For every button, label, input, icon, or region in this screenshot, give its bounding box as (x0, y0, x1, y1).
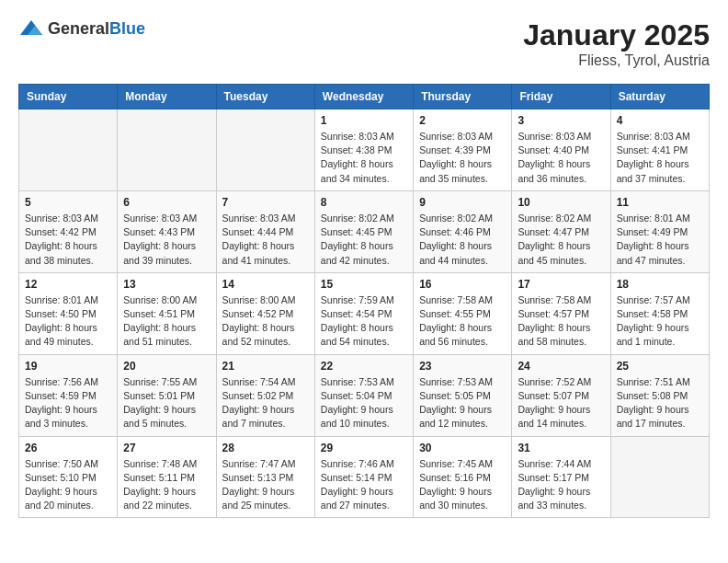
day-number: 14 (222, 278, 309, 291)
day-info: Sunrise: 7:55 AM Sunset: 5:01 PM Dayligh… (123, 375, 210, 431)
calendar-cell (118, 109, 216, 191)
day-info: Sunrise: 7:58 AM Sunset: 4:55 PM Dayligh… (419, 293, 506, 350)
day-info: Sunrise: 8:03 AM Sunset: 4:41 PM Dayligh… (617, 130, 703, 186)
calendar-cell (216, 109, 314, 191)
day-info: Sunrise: 8:00 AM Sunset: 4:52 PM Dayligh… (222, 293, 309, 350)
title-block: January 2025 Fliess, Tyrol, Austria (523, 18, 710, 69)
calendar-cell (610, 436, 709, 518)
day-number: 30 (419, 442, 506, 454)
day-info: Sunrise: 8:03 AM Sunset: 4:39 PM Dayligh… (419, 130, 506, 186)
weekday-header-tuesday: Tuesday (216, 85, 314, 109)
calendar-cell: 18Sunrise: 7:57 AM Sunset: 4:58 PM Dayli… (610, 272, 709, 354)
calendar-body: 1Sunrise: 8:03 AM Sunset: 4:38 PM Daylig… (19, 109, 710, 518)
day-info: Sunrise: 7:53 AM Sunset: 5:05 PM Dayligh… (419, 375, 506, 431)
calendar-cell: 3Sunrise: 8:03 AM Sunset: 4:40 PM Daylig… (512, 109, 610, 191)
calendar-cell: 30Sunrise: 7:45 AM Sunset: 5:16 PM Dayli… (414, 436, 512, 518)
day-info: Sunrise: 7:58 AM Sunset: 4:57 PM Dayligh… (518, 293, 604, 350)
day-number: 1 (321, 114, 407, 127)
day-info: Sunrise: 8:03 AM Sunset: 4:38 PM Dayligh… (321, 130, 407, 186)
calendar-cell: 1Sunrise: 8:03 AM Sunset: 4:38 PM Daylig… (314, 109, 413, 191)
weekday-row: SundayMondayTuesdayWednesdayThursdayFrid… (19, 85, 710, 109)
day-number: 18 (617, 278, 703, 291)
day-number: 15 (321, 278, 407, 291)
day-info: Sunrise: 7:53 AM Sunset: 5:04 PM Dayligh… (321, 375, 407, 431)
calendar-cell: 31Sunrise: 7:44 AM Sunset: 5:17 PM Dayli… (512, 436, 610, 518)
calendar-cell: 7Sunrise: 8:03 AM Sunset: 4:44 PM Daylig… (216, 190, 314, 272)
day-info: Sunrise: 7:48 AM Sunset: 5:11 PM Dayligh… (123, 457, 210, 513)
logo-blue: Blue (109, 19, 145, 38)
weekday-header-sunday: Sunday (19, 85, 118, 109)
day-number: 20 (123, 360, 210, 373)
day-number: 21 (222, 360, 309, 373)
calendar-cell: 28Sunrise: 7:47 AM Sunset: 5:13 PM Dayli… (216, 436, 314, 518)
calendar-cell: 10Sunrise: 8:02 AM Sunset: 4:47 PM Dayli… (512, 190, 610, 272)
day-number: 29 (321, 442, 407, 454)
logo-icon (18, 18, 44, 39)
day-info: Sunrise: 7:57 AM Sunset: 4:58 PM Dayligh… (617, 293, 703, 350)
day-number: 12 (25, 278, 111, 291)
calendar-cell: 23Sunrise: 7:53 AM Sunset: 5:05 PM Dayli… (414, 354, 512, 436)
calendar-cell: 29Sunrise: 7:46 AM Sunset: 5:14 PM Dayli… (314, 436, 413, 518)
calendar-cell: 19Sunrise: 7:56 AM Sunset: 4:59 PM Dayli… (19, 354, 118, 436)
calendar-cell: 6Sunrise: 8:03 AM Sunset: 4:43 PM Daylig… (118, 190, 216, 272)
calendar-cell: 22Sunrise: 7:53 AM Sunset: 5:04 PM Dayli… (314, 354, 413, 436)
day-number: 10 (518, 196, 604, 209)
calendar-cell: 16Sunrise: 7:58 AM Sunset: 4:55 PM Dayli… (414, 272, 512, 354)
logo: GeneralBlue (18, 18, 145, 39)
day-number: 2 (419, 114, 506, 127)
day-number: 24 (518, 360, 604, 373)
calendar-week-2: 5Sunrise: 8:03 AM Sunset: 4:42 PM Daylig… (19, 190, 710, 272)
day-info: Sunrise: 8:02 AM Sunset: 4:47 PM Dayligh… (518, 212, 604, 268)
day-info: Sunrise: 7:51 AM Sunset: 5:08 PM Dayligh… (617, 375, 703, 431)
calendar-week-1: 1Sunrise: 8:03 AM Sunset: 4:38 PM Daylig… (19, 109, 710, 191)
day-number: 6 (123, 196, 210, 209)
calendar-cell: 5Sunrise: 8:03 AM Sunset: 4:42 PM Daylig… (19, 190, 118, 272)
calendar-table: SundayMondayTuesdayWednesdayThursdayFrid… (18, 84, 710, 518)
calendar-cell: 2Sunrise: 8:03 AM Sunset: 4:39 PM Daylig… (414, 109, 512, 191)
weekday-header-wednesday: Wednesday (314, 85, 413, 109)
weekday-header-saturday: Saturday (610, 85, 709, 109)
day-info: Sunrise: 7:44 AM Sunset: 5:17 PM Dayligh… (518, 457, 604, 513)
day-number: 7 (222, 196, 309, 209)
location-subtitle: Fliess, Tyrol, Austria (523, 52, 710, 69)
month-year-title: January 2025 (523, 18, 710, 52)
calendar-cell: 25Sunrise: 7:51 AM Sunset: 5:08 PM Dayli… (610, 354, 709, 436)
day-info: Sunrise: 7:59 AM Sunset: 4:54 PM Dayligh… (321, 293, 407, 350)
day-number: 31 (518, 442, 604, 454)
calendar-cell: 11Sunrise: 8:01 AM Sunset: 4:49 PM Dayli… (610, 190, 709, 272)
page-header: GeneralBlue January 2025 Fliess, Tyrol, … (18, 18, 710, 69)
day-info: Sunrise: 8:01 AM Sunset: 4:49 PM Dayligh… (617, 212, 703, 268)
day-number: 23 (419, 360, 506, 373)
calendar-cell: 17Sunrise: 7:58 AM Sunset: 4:57 PM Dayli… (512, 272, 610, 354)
day-number: 25 (617, 360, 703, 373)
day-info: Sunrise: 8:03 AM Sunset: 4:44 PM Dayligh… (222, 212, 309, 268)
day-number: 22 (321, 360, 407, 373)
day-info: Sunrise: 8:03 AM Sunset: 4:43 PM Dayligh… (123, 212, 210, 268)
day-number: 17 (518, 278, 604, 291)
day-number: 4 (617, 114, 703, 127)
day-info: Sunrise: 7:45 AM Sunset: 5:16 PM Dayligh… (419, 457, 506, 513)
calendar-header: SundayMondayTuesdayWednesdayThursdayFrid… (19, 85, 710, 109)
day-number: 26 (25, 442, 111, 454)
day-info: Sunrise: 7:56 AM Sunset: 4:59 PM Dayligh… (25, 375, 111, 431)
day-number: 13 (123, 278, 210, 291)
day-number: 19 (25, 360, 111, 373)
calendar-cell: 24Sunrise: 7:52 AM Sunset: 5:07 PM Dayli… (512, 354, 610, 436)
calendar-cell: 20Sunrise: 7:55 AM Sunset: 5:01 PM Dayli… (118, 354, 216, 436)
calendar-week-3: 12Sunrise: 8:01 AM Sunset: 4:50 PM Dayli… (19, 272, 710, 354)
day-info: Sunrise: 7:47 AM Sunset: 5:13 PM Dayligh… (222, 457, 309, 513)
day-info: Sunrise: 7:50 AM Sunset: 5:10 PM Dayligh… (25, 457, 111, 513)
calendar-cell: 21Sunrise: 7:54 AM Sunset: 5:02 PM Dayli… (216, 354, 314, 436)
day-number: 5 (25, 196, 111, 209)
day-info: Sunrise: 8:02 AM Sunset: 4:46 PM Dayligh… (419, 212, 506, 268)
day-info: Sunrise: 8:02 AM Sunset: 4:45 PM Dayligh… (321, 212, 407, 268)
day-number: 8 (321, 196, 407, 209)
calendar-cell: 14Sunrise: 8:00 AM Sunset: 4:52 PM Dayli… (216, 272, 314, 354)
weekday-header-monday: Monday (118, 85, 216, 109)
calendar-cell: 12Sunrise: 8:01 AM Sunset: 4:50 PM Dayli… (19, 272, 118, 354)
day-info: Sunrise: 8:03 AM Sunset: 4:42 PM Dayligh… (25, 212, 111, 268)
day-number: 3 (518, 114, 604, 127)
day-number: 16 (419, 278, 506, 291)
calendar-cell: 15Sunrise: 7:59 AM Sunset: 4:54 PM Dayli… (314, 272, 413, 354)
day-info: Sunrise: 8:01 AM Sunset: 4:50 PM Dayligh… (25, 293, 111, 350)
